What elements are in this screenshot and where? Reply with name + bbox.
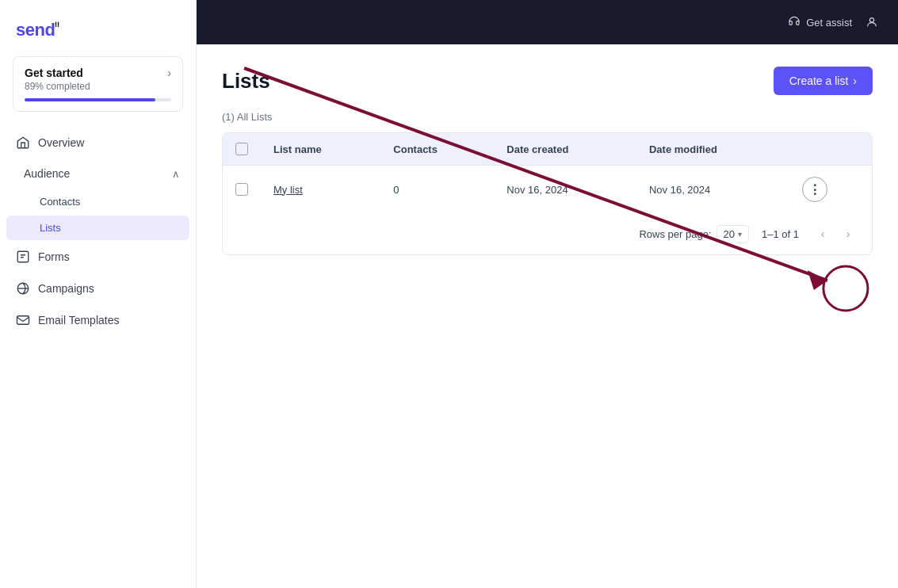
sidebar-item-overview-label: Overview [38,136,84,149]
sidebar-item-lists[interactable]: Lists [6,216,189,240]
rows-per-page-select[interactable]: 20 ▾ [716,225,749,243]
create-list-button[interactable]: Create a list › [774,67,873,95]
row-list-name: My list [261,166,380,214]
sidebar-item-lists-label: Lists [40,222,61,234]
nav-section: Overview Audience ∧ Contacts Lis [0,128,196,575]
row-contacts: 0 [380,166,494,214]
chevron-right-icon: › [167,67,171,79]
sidebar-item-email-templates[interactable]: Email Templates [6,305,189,335]
sidebar-item-campaigns[interactable]: Campaigns [6,273,189,304]
lists-table-wrapper: List name Contacts Date created Date mod… [222,132,873,255]
topbar: Get assist [197,0,898,44]
get-started-subtitle: 89% completed [25,81,171,92]
svg-rect-2 [17,252,29,263]
get-assist-label: Get assist [806,17,852,29]
table-col-contacts: Contacts [380,133,494,166]
row-actions-button[interactable]: ⋮ [802,177,827,202]
pagination-next-button[interactable]: › [837,223,859,245]
rows-per-page: Rows per page: 20 ▾ [639,225,749,243]
row-checkbox-cell [223,166,261,214]
table-col-actions [789,133,872,166]
pagination-buttons: ‹ › [812,223,859,245]
arrow-right-icon: › [853,74,857,87]
sidebar-item-contacts-label: Contacts [40,196,80,208]
home-icon [16,136,30,150]
sidebar: sendᵎᵎ Get started › 89% completed Overv… [0,0,197,588]
get-started-box[interactable]: Get started › 89% completed [13,56,183,112]
lists-table: List name Contacts Date created Date mod… [223,133,872,213]
row-actions-cell: ⋮ [789,166,872,214]
content-area: Lists Create a list › (1) All Lists List… [197,44,898,588]
rows-per-page-value: 20 [724,228,735,240]
list-name-link[interactable]: My list [273,184,303,196]
chevron-up-icon: ∧ [172,168,180,180]
get-assist-button[interactable]: Get assist [787,15,852,29]
progress-bar-bg [25,98,171,101]
sidebar-item-email-templates-label: Email Templates [38,314,119,326]
main-content: Get assist Lists Create a list › (1) All… [197,0,898,588]
page-title: Lists [222,69,270,94]
table-footer: Rows per page: 20 ▾ 1–1 of 1 ‹ › [223,213,872,254]
sidebar-item-audience[interactable]: Audience ∧ [6,159,189,188]
user-account-button[interactable] [865,15,879,29]
sidebar-item-audience-label: Audience [24,167,70,180]
sidebar-item-forms[interactable]: Forms [6,242,189,272]
progress-bar-fill [25,98,155,101]
table-row: My list 0 Nov 16, 2024 Nov 16, 2024 ⋮ [223,166,872,214]
sidebar-item-campaigns-label: Campaigns [38,282,94,295]
row-date-modified: Nov 16, 2024 [636,166,789,214]
svg-point-5 [869,18,873,22]
svg-rect-4 [17,316,29,325]
pagination-prev-button[interactable]: ‹ [812,223,834,245]
table-col-date-created: Date created [494,133,636,166]
get-started-title: Get started [25,67,83,79]
table-col-date-modified: Date modified [636,133,789,166]
table-header-checkbox [223,133,261,166]
sidebar-item-contacts[interactable]: Contacts [6,189,189,214]
row-date-created: Nov 16, 2024 [494,166,636,214]
campaigns-icon [16,281,30,296]
headset-icon [787,15,801,29]
rows-per-page-label: Rows per page: [639,228,711,240]
chevron-down-icon: ▾ [738,230,742,239]
pagination-info: 1–1 of 1 [762,228,799,240]
app-logo: sendᵎᵎ [0,13,196,56]
email-icon [16,313,30,327]
row-checkbox[interactable] [235,183,248,196]
page-header: Lists Create a list › [222,67,873,95]
create-list-label: Create a list [789,74,849,87]
list-count: (1) All Lists [222,111,873,123]
sidebar-item-overview[interactable]: Overview [6,128,189,158]
select-all-checkbox[interactable] [235,143,248,155]
form-icon [16,250,30,264]
sidebar-item-forms-label: Forms [38,250,70,263]
table-col-list-name: List name [261,133,380,166]
user-icon [865,15,879,29]
table-header-row: List name Contacts Date created Date mod… [223,133,872,166]
